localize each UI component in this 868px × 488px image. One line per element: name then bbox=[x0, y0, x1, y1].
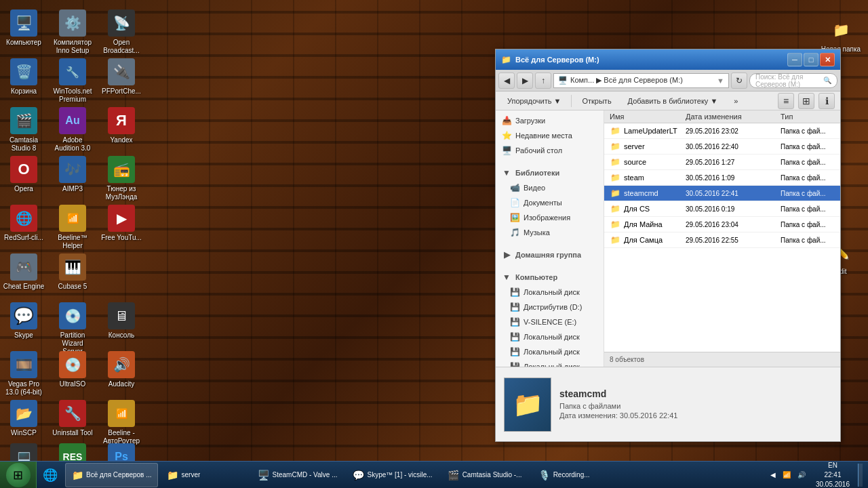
more-options-label: » bbox=[734, 97, 738, 105]
column-date[interactable]: Дата изменения bbox=[686, 113, 781, 121]
desktop-icon-broadcast[interactable]: 📡 Open Broadcast... bbox=[98, 7, 145, 58]
tray-show-desktop[interactable] bbox=[858, 464, 863, 487]
taskbar-item-explorer[interactable]: 📁 Всё для Серверов ... bbox=[65, 463, 158, 487]
desktop-icon-uninstall[interactable]: 🔧 Uninstall Tool bbox=[49, 397, 96, 440]
taskbar-item-camtasia[interactable]: 🎬 Camtasia Studio -... bbox=[441, 463, 530, 487]
file-type: Папка с фай... bbox=[781, 190, 835, 197]
open-button[interactable]: Открыть bbox=[576, 95, 617, 107]
close-button[interactable]: ✕ bbox=[820, 53, 835, 66]
opera-icon: O bbox=[10, 156, 37, 183]
disk-e-label: V-SILENCE (E:) bbox=[524, 318, 576, 326]
panel-item-local-h[interactable]: 💾 Локальный диск bbox=[496, 359, 604, 367]
desktop-icon-yandex[interactable]: Я Yandex bbox=[98, 104, 145, 147]
panel-item-documents[interactable]: 📄 Документы bbox=[496, 195, 604, 210]
taskbar-item-skype[interactable]: 💬 Skype™ [1] - vicsile... bbox=[346, 463, 438, 487]
taskbar-item-steamcmd[interactable]: 🖥️ SteamCMD - Valve ... bbox=[252, 463, 344, 487]
wintools-label: WinTools.net Premium bbox=[52, 87, 94, 104]
desktop-icon-konsole[interactable]: 🖥 Консоль bbox=[98, 300, 145, 342]
taskbar-item-recording[interactable]: 🎙️ Recording... bbox=[532, 463, 620, 487]
desktop-icon-computer[interactable]: 🖥️ Компьютер bbox=[0, 7, 47, 49]
organize-button[interactable]: Упорядочить ▼ bbox=[501, 95, 567, 107]
start-button[interactable]: ⊞ bbox=[0, 462, 37, 489]
back-button[interactable]: ◀ bbox=[498, 73, 515, 89]
table-row[interactable]: 📁 Для Майна 29.05.2016 23:04 Папка с фай… bbox=[604, 217, 840, 232]
desktop-icon-korzina[interactable]: 🗑️ Корзина bbox=[0, 56, 47, 98]
desktop-icon-free-youtube[interactable]: ▶ Free YouTu... bbox=[98, 202, 145, 245]
preview-date: Дата изменения: 30.05.2016 22:41 bbox=[559, 411, 832, 420]
up-button[interactable]: ↑ bbox=[535, 73, 551, 89]
panel-item-local-f[interactable]: 💾 Локальный диск bbox=[496, 329, 604, 344]
add-library-button[interactable]: Добавить в библиотеку ▼ bbox=[622, 95, 724, 107]
disk-g-label: Локальный диск bbox=[524, 348, 580, 356]
view-details-button[interactable]: ⊞ bbox=[798, 93, 814, 109]
preview-button[interactable]: ℹ bbox=[818, 93, 835, 109]
tray-network[interactable]: 📶 bbox=[781, 471, 793, 479]
minimize-button[interactable]: ─ bbox=[787, 53, 802, 66]
table-row[interactable]: 📁 Для CS 30.05.2016 0:19 Папка с фай... bbox=[604, 201, 840, 217]
desktop-icon-beeline-helper[interactable]: 📶 Beeline™ Helper bbox=[49, 202, 96, 253]
address-bar[interactable]: 🖥️ Комп... ▶ Всё для Серверов (M:) ▼ bbox=[553, 73, 729, 88]
status-text: 8 объектов bbox=[610, 356, 644, 363]
table-row[interactable]: 📁 Для Самца 29.05.2016 22:55 Папка с фай… bbox=[604, 232, 840, 248]
disk-g-icon: 💾 bbox=[509, 346, 520, 357]
panel-item-distrib[interactable]: 💾 Дистрибутив (D:) bbox=[496, 300, 604, 314]
file-name: Для Майна bbox=[624, 220, 686, 228]
search-box[interactable]: Поиск: Всё для Серверов (М:) 🔍 bbox=[749, 73, 837, 88]
cheat-engine-label: Cheat Engine bbox=[3, 283, 45, 291]
view-toggle-button[interactable]: ≡ bbox=[778, 93, 794, 109]
panel-item-desktop[interactable]: 🖥️ Рабочий стол bbox=[496, 143, 604, 158]
desktop-icon-redsurf[interactable]: 🌐 RedSurf-cli... bbox=[0, 202, 47, 245]
desktop-icon-wintools[interactable]: 🔧 WinTools.net Premium bbox=[49, 56, 96, 106]
libraries-expand-icon: ▼ bbox=[501, 167, 512, 178]
column-name[interactable]: Имя bbox=[610, 113, 686, 121]
toolbar-sep-1 bbox=[571, 95, 572, 107]
panel-item-music[interactable]: 🎵 Музыка bbox=[496, 225, 604, 240]
refresh-button[interactable]: ↻ bbox=[731, 73, 747, 89]
panel-item-video[interactable]: 📹 Видео bbox=[496, 180, 604, 195]
panel-item-downloads[interactable]: 📥 Загрузки bbox=[496, 113, 604, 128]
disk-e-icon: 💾 bbox=[509, 317, 520, 327]
table-row[interactable]: 📁 server 30.05.2016 22:40 Папка с фай... bbox=[604, 139, 840, 155]
desktop-icon-compiler[interactable]: ⚙️ Компилятор Inno Setup bbox=[49, 7, 96, 58]
taskbar-ie[interactable]: 🌐 bbox=[38, 463, 62, 487]
forward-button[interactable]: ▶ bbox=[517, 73, 533, 89]
table-row[interactable]: 📁 steamcmd 30.05.2016 22:41 Папка с фай.… bbox=[604, 186, 840, 201]
tray-arrow[interactable]: ◀ bbox=[768, 471, 778, 479]
desktop-icon-vegas[interactable]: 🎞️ Vegas Pro 13.0 (64-bit) bbox=[0, 348, 47, 399]
ultraiso-icon: 💿 bbox=[59, 351, 86, 378]
desktop-icon-cubase[interactable]: 🎹 Cubase 5 bbox=[49, 251, 96, 293]
desktop-icon-camtasia[interactable]: 🎬 Camtasia Studio 8 bbox=[0, 104, 47, 155]
left-panel: 📥 Загрузки ⭐ Недавние места 🖥️ Рабочий с… bbox=[496, 110, 604, 367]
desktop-icon-ultraiso[interactable]: 💿 UltraISO bbox=[49, 348, 96, 391]
desktop-icon-opera[interactable]: O Opera bbox=[0, 153, 47, 196]
maximize-button[interactable]: □ bbox=[804, 53, 818, 66]
panel-item-local-g[interactable]: 💾 Локальный диск bbox=[496, 344, 604, 359]
panel-item-local-c[interactable]: 💾 Локальный диск bbox=[496, 285, 604, 300]
more-options-button[interactable]: » bbox=[728, 95, 744, 107]
desktop-icon-tyuner[interactable]: 📻 Тюнер из МузЛэнда bbox=[98, 153, 145, 204]
taskbar-explorer-icon: 📁 bbox=[71, 469, 83, 481]
table-row[interactable]: 📁 LameUpdaterLT 29.05.2016 23:02 Папка с… bbox=[604, 123, 840, 139]
taskbar-item-server[interactable]: 📁 server bbox=[161, 463, 249, 487]
desktop-icon-aimp[interactable]: 🎶 AIMP3 bbox=[49, 153, 96, 196]
address-dropdown-arrow[interactable]: ▼ bbox=[717, 77, 724, 85]
desktop-icon-audacity[interactable]: 🔊 Audacity bbox=[98, 348, 145, 391]
skype-label: Skype bbox=[14, 331, 33, 340]
file-type: Папка с фай... bbox=[781, 159, 835, 166]
taskbar: ⊞ 🌐 📁 Всё для Серверов ... 📁 server 🖥️ S… bbox=[0, 461, 868, 488]
panel-item-vsilence[interactable]: 💾 V-SILENCE (E:) bbox=[496, 314, 604, 329]
tray-clock[interactable]: EN 22:41 30.05.2016 bbox=[810, 461, 855, 489]
desktop-icon-audition[interactable]: Au Adobe Audition 3.0 bbox=[49, 104, 96, 155]
panel-item-recent[interactable]: ⭐ Недавние места bbox=[496, 128, 604, 143]
desktop-icon-winscp[interactable]: 📂 WinSCP bbox=[0, 397, 47, 440]
desktop-icon-pfport[interactable]: 🔌 PFPortChe... bbox=[98, 56, 145, 98]
desktop-icon-skype[interactable]: 💬 Skype bbox=[0, 300, 47, 342]
table-row[interactable]: 📁 steam 30.05.2016 1:09 Папка с фай... bbox=[604, 170, 840, 186]
folder-icon: 📁 bbox=[610, 235, 620, 245]
tray-audio[interactable]: 🔊 bbox=[795, 471, 808, 479]
desktop-icon-cheat-engine[interactable]: 🎮 Cheat Engine bbox=[0, 251, 47, 293]
taskbar-steamcmd-label: SteamCMD - Valve ... bbox=[273, 471, 338, 479]
panel-item-images[interactable]: 🖼️ Изображения bbox=[496, 210, 604, 225]
table-row[interactable]: 📁 source 29.05.2016 1:27 Папка с фай... bbox=[604, 155, 840, 170]
column-type[interactable]: Тип bbox=[781, 113, 835, 121]
